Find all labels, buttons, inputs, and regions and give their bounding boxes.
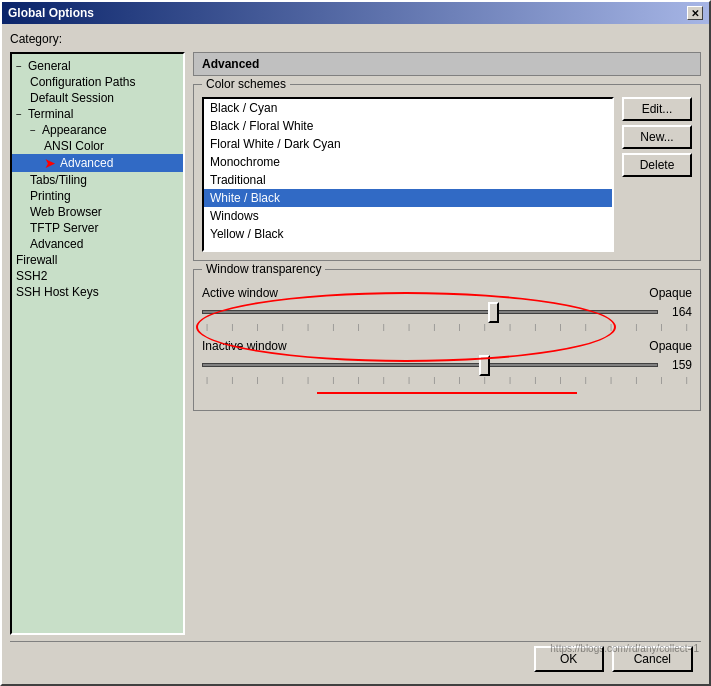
- active-window-slider[interactable]: [202, 302, 658, 322]
- transparency-group: Window transparency Active window Opaque…: [193, 269, 701, 411]
- tree-item-tftp-server[interactable]: TFTP Server: [12, 220, 183, 236]
- window-body: Category: − General Configuration Paths …: [2, 24, 709, 684]
- category-tree[interactable]: − General Configuration Paths Default Se…: [10, 52, 185, 635]
- tree-label-printing: Printing: [30, 189, 71, 203]
- tree-item-ssh-host-keys[interactable]: SSH Host Keys: [12, 284, 183, 300]
- global-options-window: Global Options ✕ Category: − General Con…: [0, 0, 711, 686]
- tree-item-general[interactable]: − General: [12, 58, 183, 74]
- inactive-opaque-label: Opaque: [649, 339, 692, 353]
- active-slider-section: Active window Opaque 164 | | | | |: [202, 286, 692, 331]
- tree-item-printing[interactable]: Printing: [12, 188, 183, 204]
- tree-label-web-browser: Web Browser: [30, 205, 102, 219]
- tree-item-default-session[interactable]: Default Session: [12, 90, 183, 106]
- active-window-value: 164: [664, 305, 692, 319]
- tree-label-ssh-host-keys: SSH Host Keys: [16, 285, 99, 299]
- tree-label-general: General: [28, 59, 71, 73]
- window-title: Global Options: [8, 6, 94, 20]
- tree-item-advanced[interactable]: ➤ Advanced: [12, 154, 183, 172]
- panel-title: Advanced: [193, 52, 701, 76]
- close-button[interactable]: ✕: [687, 6, 703, 20]
- new-button[interactable]: New...: [622, 125, 692, 149]
- expand-icon-terminal: −: [16, 109, 26, 120]
- tree-item-terminal[interactable]: − Terminal: [12, 106, 183, 122]
- tree-item-ssh2[interactable]: SSH2: [12, 268, 183, 284]
- list-item-monochrome[interactable]: Monochrome: [204, 153, 612, 171]
- color-schemes-label: Color schemes: [202, 77, 290, 91]
- tree-item-firewall[interactable]: Firewall: [12, 252, 183, 268]
- tree-item-appearance[interactable]: − Appearance: [12, 122, 183, 138]
- delete-button[interactable]: Delete: [622, 153, 692, 177]
- tree-label-tftp-server: TFTP Server: [30, 221, 98, 235]
- inactive-slider-section: Inactive window Opaque 159 | | | |: [202, 339, 692, 384]
- tree-label-advanced2: Advanced: [30, 237, 83, 251]
- tree-item-web-browser[interactable]: Web Browser: [12, 204, 183, 220]
- list-item-black-floral[interactable]: Black / Floral White: [204, 117, 612, 135]
- active-opaque-label: Opaque: [649, 286, 692, 300]
- tree-label-advanced: Advanced: [60, 156, 113, 170]
- list-item-traditional[interactable]: Traditional: [204, 171, 612, 189]
- tree-label-default-session: Default Session: [30, 91, 114, 105]
- list-item-black-cyan[interactable]: Black / Cyan: [204, 99, 612, 117]
- category-label: Category:: [10, 32, 701, 46]
- inactive-window-value: 159: [664, 358, 692, 372]
- title-bar: Global Options ✕: [2, 2, 709, 24]
- tree-item-ansi-color[interactable]: ANSI Color: [12, 138, 183, 154]
- red-line: [317, 392, 577, 394]
- tree-item-tabs-tiling[interactable]: Tabs/Tiling: [12, 172, 183, 188]
- list-item-white-black[interactable]: White / Black: [204, 189, 612, 207]
- list-item-floral-white[interactable]: Floral White / Dark Cyan: [204, 135, 612, 153]
- active-window-label: Active window: [202, 286, 278, 300]
- tree-label-tabs-tiling: Tabs/Tiling: [30, 173, 87, 187]
- transparency-label: Window transparency: [202, 262, 325, 276]
- watermark: https://blogs.com/rd/any/collect=1: [550, 643, 699, 654]
- tree-label-firewall: Firewall: [16, 253, 57, 267]
- tree-label-ssh2: SSH2: [16, 269, 47, 283]
- expand-icon-general: −: [16, 61, 26, 72]
- main-area: − General Configuration Paths Default Se…: [10, 52, 701, 635]
- color-list[interactable]: Black / Cyan Black / Floral White Floral…: [202, 97, 614, 252]
- color-schemes-group: Color schemes Black / Cyan Black / Flora…: [193, 84, 701, 261]
- right-panel: Advanced Color schemes Black / Cyan Blac…: [193, 52, 701, 635]
- inactive-slider-ticks: | | | | | | | | | | | | |: [202, 375, 692, 384]
- color-buttons: Edit... New... Delete: [622, 97, 692, 252]
- tree-label-appearance: Appearance: [42, 123, 107, 137]
- color-schemes-area: Black / Cyan Black / Floral White Floral…: [202, 97, 692, 252]
- expand-icon-appearance: −: [30, 125, 40, 136]
- tree-item-config-paths[interactable]: Configuration Paths: [12, 74, 183, 90]
- tree-item-advanced2[interactable]: Advanced: [12, 236, 183, 252]
- tree-label-ansi-color: ANSI Color: [44, 139, 104, 153]
- tree-label-config-paths: Configuration Paths: [30, 75, 135, 89]
- inactive-window-label: Inactive window: [202, 339, 287, 353]
- tree-label-terminal: Terminal: [28, 107, 73, 121]
- inactive-window-slider[interactable]: [202, 355, 658, 375]
- active-slider-ticks: | | | | | | | | | | | | |: [202, 322, 692, 331]
- arrow-indicator: ➤: [44, 155, 56, 171]
- edit-button[interactable]: Edit...: [622, 97, 692, 121]
- list-item-windows[interactable]: Windows: [204, 207, 612, 225]
- list-item-yellow-black[interactable]: Yellow / Black: [204, 225, 612, 243]
